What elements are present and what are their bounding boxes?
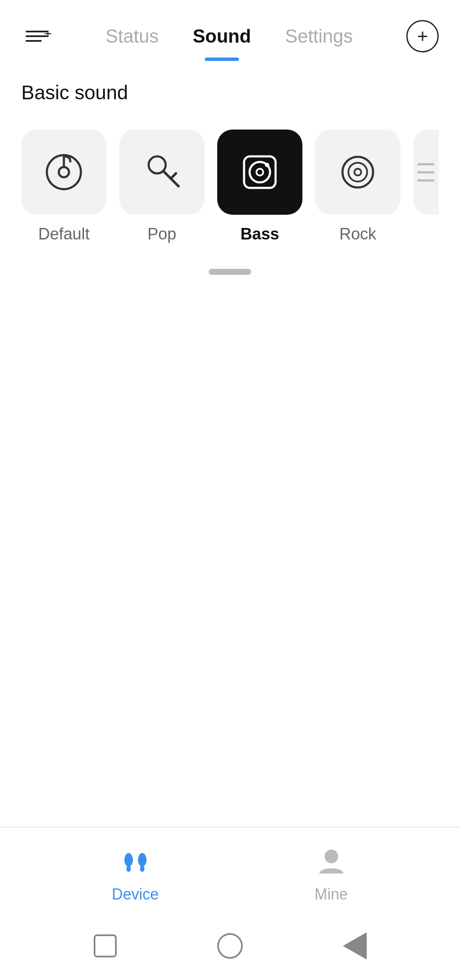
svg-rect-16 (126, 866, 131, 872)
partial-line-1 (417, 163, 434, 165)
pop-icon-bg (119, 130, 204, 215)
bass-speaker-icon (236, 149, 283, 196)
svg-point-12 (348, 163, 367, 182)
pop-label: Pop (147, 225, 176, 243)
sound-card-default[interactable]: Default (21, 130, 106, 243)
rock-icon-bg (315, 130, 400, 215)
rock-label: Rock (339, 225, 377, 243)
svg-point-14 (124, 853, 133, 867)
scroll-indicator (0, 269, 460, 275)
mine-label: Mine (314, 885, 348, 903)
menu-line-2 (26, 35, 48, 37)
tab-settings[interactable]: Settings (281, 23, 357, 49)
bottom-nav: Device Mine (0, 827, 460, 912)
sys-home-button[interactable] (215, 931, 245, 961)
partial-card (413, 130, 439, 215)
default-music-icon (40, 149, 87, 196)
default-label: Default (38, 225, 89, 243)
system-nav (0, 912, 460, 980)
device-icon (118, 845, 152, 879)
sound-card-pop[interactable]: Pop (119, 130, 204, 243)
rock-speaker-icon (334, 149, 381, 196)
bottom-nav-device[interactable]: Device (112, 845, 158, 903)
svg-point-18 (325, 850, 338, 863)
bass-label: Bass (241, 225, 279, 243)
partial-line-2 (417, 171, 434, 173)
sys-recent-button[interactable] (340, 931, 370, 961)
svg-point-11 (342, 157, 373, 187)
add-icon: + (417, 27, 428, 46)
default-icon-bg (21, 130, 106, 215)
sys-triangle-icon (343, 932, 367, 960)
tab-status[interactable]: Status (101, 23, 163, 49)
svg-point-15 (138, 853, 147, 867)
mine-icon (314, 845, 348, 879)
bottom-nav-mine[interactable]: Mine (314, 845, 348, 903)
device-label: Device (112, 885, 158, 903)
sound-card-rock[interactable]: Rock (315, 130, 400, 243)
svg-point-10 (265, 163, 269, 167)
bass-icon-bg (217, 130, 302, 215)
add-button[interactable]: + (406, 20, 439, 52)
section-title: Basic sound (0, 55, 460, 121)
sys-back-button[interactable] (90, 931, 120, 961)
svg-line-5 (171, 173, 176, 179)
menu-button[interactable] (21, 26, 52, 46)
sys-circle-icon (217, 933, 243, 959)
svg-point-13 (354, 169, 361, 176)
menu-line-3 (26, 40, 42, 42)
pop-mic-icon (138, 149, 185, 196)
scroll-pill (209, 269, 251, 275)
tab-sound[interactable]: Sound (188, 23, 255, 49)
sys-square-icon (94, 934, 117, 957)
sound-cards-container: Default Pop (0, 121, 460, 252)
header: Status Sound Settings + (0, 0, 460, 55)
svg-rect-17 (140, 866, 144, 872)
svg-point-1 (59, 167, 69, 177)
partial-line-3 (417, 179, 434, 182)
svg-line-6 (173, 181, 178, 186)
svg-point-9 (256, 169, 263, 176)
sound-card-bass[interactable]: Bass (217, 130, 302, 243)
nav-tabs: Status Sound Settings (101, 23, 357, 49)
sound-cards-row: Default Pop (21, 130, 439, 243)
partial-lines (417, 163, 434, 182)
